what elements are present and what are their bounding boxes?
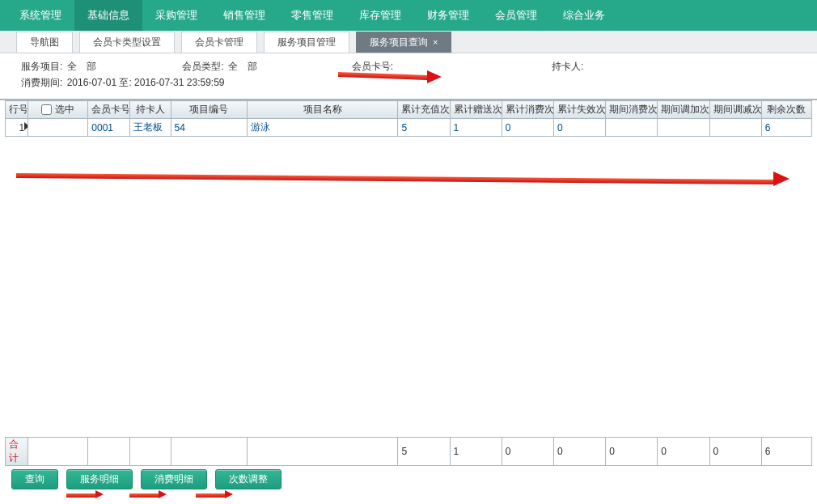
col-item-name[interactable]: 项目名称 xyxy=(247,101,398,119)
tab-nav-map[interactable]: 导航图 xyxy=(16,32,73,53)
filter-label: 持卡人: xyxy=(552,61,583,72)
totals-row: 合计 5 1 0 0 0 0 0 6 xyxy=(5,437,812,466)
close-icon[interactable]: × xyxy=(433,37,438,47)
tab-label: 导航图 xyxy=(30,36,59,48)
tab-label: 服务项目查询 xyxy=(370,36,428,48)
menu-purchase[interactable]: 采购管理 xyxy=(142,0,210,31)
top-menu-bar: 系统管理 基础信息 采购管理 销售管理 零售管理 库存管理 财务管理 会员管理 … xyxy=(0,0,817,31)
annotation-arrow-icon xyxy=(129,492,167,500)
filter-holder[interactable]: 持卡人: xyxy=(552,58,585,74)
filter-panel: 服务项目: 全 部 会员类型: 全 部 会员卡号: 持卡人: 消费期间: 201… xyxy=(0,53,817,94)
col-charge[interactable]: 累计充值次 xyxy=(398,101,450,119)
table-row[interactable]: 1 0001 王老板 54 游泳 5 1 0 0 6 xyxy=(6,119,812,137)
filter-member-type[interactable]: 会员类型: 全 部 xyxy=(182,58,349,74)
cell-charge: 5 xyxy=(398,119,450,137)
col-expire[interactable]: 累计失效次 xyxy=(553,101,605,119)
filter-value: 2016-07-01 至: 2016-07-31 23:59:59 xyxy=(67,77,225,88)
service-detail-button[interactable]: 服务明细 xyxy=(66,469,133,489)
cell-rownum: 1 xyxy=(6,119,28,137)
menu-sales[interactable]: 销售管理 xyxy=(210,0,278,31)
filter-value: 全 部 xyxy=(228,61,257,72)
tab-card-type-setting[interactable]: 会员卡类型设置 xyxy=(79,32,175,53)
cell-item-no: 54 xyxy=(171,119,247,137)
query-button[interactable]: 查询 xyxy=(11,469,58,489)
tab-label: 会员卡管理 xyxy=(195,36,243,48)
filter-card-no[interactable]: 会员卡号: xyxy=(352,58,549,74)
col-select[interactable]: 选中 xyxy=(28,101,88,119)
totals-gift: 1 xyxy=(450,438,502,466)
cell-consume: 0 xyxy=(502,119,553,137)
totals-expire: 0 xyxy=(553,438,605,466)
totals-remain: 6 xyxy=(761,438,811,466)
consume-detail-button[interactable]: 消费明细 xyxy=(141,469,207,489)
menu-retail[interactable]: 零售管理 xyxy=(278,0,346,31)
totals-period-add: 0 xyxy=(658,438,709,466)
menu-basic-info[interactable]: 基础信息 xyxy=(74,0,142,31)
col-item-no[interactable]: 项目编号 xyxy=(171,101,247,119)
cell-period-add xyxy=(658,119,709,137)
tab-service-item-manage[interactable]: 服务项目管理 xyxy=(264,32,349,53)
col-consume[interactable]: 累计消费次 xyxy=(502,101,553,119)
col-period-sub[interactable]: 期间调减次 xyxy=(709,101,761,119)
cell-item-name: 游泳 xyxy=(247,119,398,137)
filter-value: 全 部 xyxy=(67,61,96,72)
totals-consume: 0 xyxy=(502,438,553,466)
menu-member[interactable]: 会员管理 xyxy=(482,0,550,31)
totals-label: 合计 xyxy=(6,438,28,466)
current-row-indicator-icon xyxy=(24,122,28,130)
action-buttons: 查询 服务明细 消费明细 次数调整 xyxy=(11,469,282,489)
cell-select[interactable] xyxy=(28,119,88,137)
data-grid: 行号 选中 会员卡号 持卡人 项目编号 项目名称 累计充值次 累计赠送次 累计消… xyxy=(0,99,817,137)
filter-period[interactable]: 消费期间: 2016-07-01 至: 2016-07-31 23:59:59 xyxy=(21,74,225,91)
col-rownum[interactable]: 行号 xyxy=(6,101,28,119)
filter-label: 服务项目: xyxy=(21,61,62,72)
annotation-arrow-icon xyxy=(196,492,233,500)
col-remain[interactable]: 剩余次数 xyxy=(761,101,811,119)
count-adjust-button[interactable]: 次数调整 xyxy=(215,469,282,489)
menu-inventory[interactable]: 库存管理 xyxy=(346,0,414,31)
menu-finance[interactable]: 财务管理 xyxy=(414,0,482,31)
filter-label: 会员卡号: xyxy=(352,61,393,72)
totals-period-sub: 0 xyxy=(709,438,761,466)
tabs-row: 导航图 会员卡类型设置 会员卡管理 服务项目管理 服务项目查询× xyxy=(0,31,817,53)
cell-period-sub xyxy=(709,119,761,137)
cell-remain: 6 xyxy=(761,119,811,137)
tab-label: 服务项目管理 xyxy=(277,36,336,48)
totals-charge: 5 xyxy=(398,438,450,466)
select-all-checkbox[interactable] xyxy=(41,104,52,115)
tab-label: 会员卡类型设置 xyxy=(93,36,161,48)
col-gift[interactable]: 累计赠送次 xyxy=(450,101,502,119)
col-period-consume[interactable]: 期间消费次 xyxy=(606,101,658,119)
cell-period-consume xyxy=(606,119,658,137)
cell-gift: 1 xyxy=(450,119,502,137)
totals-period-consume: 0 xyxy=(606,438,658,466)
tab-card-manage[interactable]: 会员卡管理 xyxy=(181,32,257,53)
annotation-arrow-icon xyxy=(16,173,789,186)
grid-header-row: 行号 选中 会员卡号 持卡人 项目编号 项目名称 累计充值次 累计赠送次 累计消… xyxy=(6,101,812,119)
menu-system[interactable]: 系统管理 xyxy=(6,0,74,31)
filter-service-item[interactable]: 服务项目: 全 部 xyxy=(21,58,180,74)
filter-label: 消费期间: xyxy=(21,77,62,88)
col-card-no[interactable]: 会员卡号 xyxy=(88,101,130,119)
col-label: 选中 xyxy=(55,104,74,115)
tab-service-item-query[interactable]: 服务项目查询× xyxy=(356,32,451,53)
col-period-add[interactable]: 期间调加次 xyxy=(658,101,709,119)
menu-integrated[interactable]: 综合业务 xyxy=(550,0,618,31)
annotation-arrow-icon xyxy=(66,492,104,500)
filter-label: 会员类型: xyxy=(182,61,223,72)
cell-expire: 0 xyxy=(553,119,605,137)
col-holder[interactable]: 持卡人 xyxy=(130,101,171,119)
cell-holder: 王老板 xyxy=(130,119,171,137)
cell-card-no: 0001 xyxy=(88,119,130,137)
